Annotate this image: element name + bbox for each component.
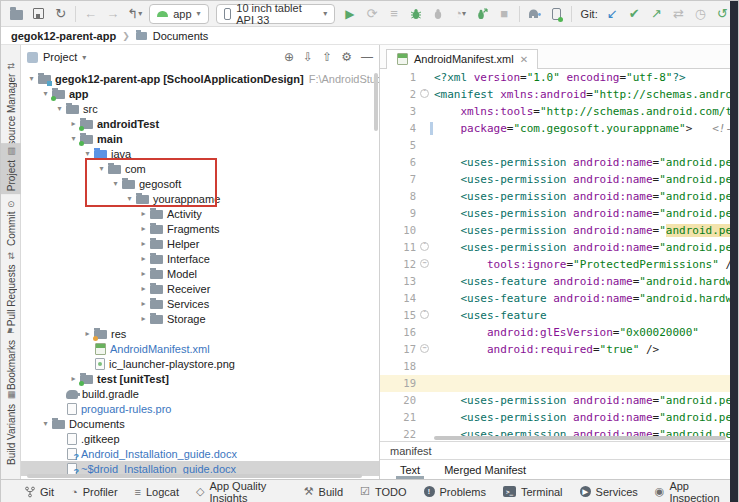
git-commit-icon[interactable]: ✔ (627, 5, 642, 23)
device-manager-icon[interactable] (549, 5, 564, 23)
chevron-collapsed-icon[interactable]: ▸ (137, 254, 150, 263)
chevron-collapsed-icon[interactable]: ▸ (67, 374, 80, 383)
tree-item-yourappname[interactable]: ▾yourappname (21, 191, 379, 206)
chevron-expanded-icon[interactable]: ▾ (53, 104, 66, 113)
debug-icon[interactable] (408, 5, 423, 23)
tree-item--gitkeep[interactable]: .gitkeep (21, 431, 379, 446)
tree-item-services[interactable]: ▸Services (21, 296, 379, 311)
sync-gradle-icon[interactable] (527, 5, 542, 23)
tree-item-android-installation-guide-docx[interactable]: Android_Installation_guide.docx (21, 446, 379, 461)
tree-item-helper[interactable]: ▸Helper (21, 236, 379, 251)
device-selector-combo[interactable]: 10 inch tablet API 33 ▾ (216, 4, 336, 24)
chevron-expanded-icon[interactable]: ▾ (39, 419, 52, 428)
tool-strip-item-commit[interactable]: Commit⊙ (1, 197, 21, 249)
git-push-icon[interactable]: ↗ (649, 5, 664, 23)
run-configuration-combo[interactable]: app ▾ (149, 4, 208, 24)
status-bar-item-app-quality-insights[interactable]: ◇App Quality Insights (196, 480, 287, 502)
run-icon[interactable]: ▶ (342, 5, 357, 23)
forward-icon[interactable]: → (105, 5, 120, 23)
status-bar-item-problems[interactable]: !Problems (424, 486, 486, 498)
tool-strip-item-bookmarks[interactable]: Bookmarks⚑ (1, 323, 21, 393)
chevron-expanded-icon[interactable]: ▾ (109, 179, 122, 188)
git-history-icon[interactable]: ◷ (693, 5, 708, 23)
editor-panel[interactable]: AndroidManifest.xml ✕ 1<?xml version="1.… (380, 45, 738, 479)
profiler-icon[interactable]: ◔▾ (453, 5, 468, 23)
tool-strip-item-project[interactable]: Project▤ (1, 143, 21, 194)
stop-icon[interactable]: ■ (497, 5, 512, 23)
status-bar-item-todo[interactable]: ☑TODO (360, 485, 406, 498)
tree-item-test[interactable]: ▸test[unitTest] (21, 371, 379, 386)
chevron-collapsed-icon[interactable]: ▸ (137, 314, 150, 323)
project-horizontal-scrollbar[interactable] (27, 474, 362, 478)
tree-item-proguard-rules-pro[interactable]: proguard-rules.pro (21, 401, 379, 416)
chevron-collapsed-icon[interactable]: ▸ (81, 329, 94, 338)
status-bar-item-git[interactable]: Git (25, 486, 54, 498)
collapse-all-icon[interactable]: ⇧ (322, 50, 332, 64)
editor-tab-androidmanifest[interactable]: AndroidManifest.xml ✕ (386, 49, 538, 69)
tree-item-interface[interactable]: ▸Interface (21, 251, 379, 266)
chevron-expanded-icon[interactable]: ▾ (95, 164, 108, 173)
git-update-icon[interactable]: ↙ (605, 5, 620, 23)
sync-icon[interactable]: ↻ (53, 5, 68, 23)
breadcrumb-folder[interactable]: Documents (153, 30, 209, 42)
close-tab-icon[interactable]: ✕ (520, 54, 528, 65)
status-bar-item-terminal[interactable]: >_Terminal (503, 486, 563, 498)
tree-item-documents[interactable]: ▾Documents (21, 416, 379, 431)
locate-file-icon[interactable]: ⊕ (284, 50, 294, 64)
tool-strip-item-pull-requests[interactable]: Pull Requests⇅ (1, 250, 21, 329)
expand-all-icon[interactable]: ⇩ (303, 50, 313, 64)
status-bar-item-logcat[interactable]: ≡Logcat (135, 486, 179, 498)
chevron-collapsed-icon[interactable]: ▸ (137, 269, 150, 278)
status-bar-item-app-inspection[interactable]: ◉App Inspection (655, 480, 726, 502)
back-icon[interactable]: ← (83, 5, 98, 23)
tree-item-java[interactable]: ▾java (21, 146, 379, 161)
hide-panel-icon[interactable]: — (361, 50, 373, 64)
tree-item-androidmanifest-xml[interactable]: AndroidManifest.xml (21, 341, 379, 356)
status-bar-item-profiler[interactable]: ◔Profiler (71, 486, 118, 498)
chevron-expanded-icon[interactable]: ▾ (81, 149, 94, 158)
editor-bottom-tab-text[interactable]: Text (390, 462, 430, 478)
editor-horizontal-scrollbar[interactable] (434, 436, 726, 440)
tree-item-model[interactable]: ▸Model (21, 266, 379, 281)
status-bar-item-build[interactable]: ⚒Build (304, 485, 343, 498)
apply-code-changes-icon[interactable]: ≡ (386, 5, 401, 23)
tree-item-src[interactable]: ▾src (21, 101, 379, 116)
fold-marker-icon[interactable]: − (420, 344, 429, 353)
tree-item-receiver[interactable]: ▸Receiver (21, 281, 379, 296)
project-view-selector[interactable]: Project ▾ (27, 51, 86, 63)
chevron-collapsed-icon[interactable]: ▸ (137, 209, 150, 218)
tool-strip-item-build-variants[interactable]: Build Variants▦ (1, 387, 21, 468)
chevron-collapsed-icon[interactable]: ▸ (137, 284, 150, 293)
fold-marker-icon[interactable]: − (420, 259, 429, 268)
attach-debugger-icon[interactable] (431, 5, 446, 23)
git-rollback-icon[interactable]: ↺ (715, 5, 730, 23)
status-bar-item-services[interactable]: ▶Services (580, 486, 638, 498)
code-editor[interactable]: 1<?xml version="1.0" encoding="utf-8"?>2… (380, 69, 738, 441)
build-menu-icon[interactable]: ↰▾ (127, 5, 142, 23)
profile-app-icon[interactable] (475, 5, 490, 23)
tree-item-app[interactable]: ▾app (21, 86, 379, 101)
settings-gear-icon[interactable]: ⚙ (341, 50, 352, 64)
tree-item-androidtest[interactable]: ▸androidTest (21, 116, 379, 131)
open-project-icon[interactable] (9, 5, 24, 23)
fold-marker-icon[interactable]: ˇ (420, 310, 429, 319)
chevron-collapsed-icon[interactable]: ▸ (137, 224, 150, 233)
fold-marker-icon[interactable]: ˇ (420, 242, 429, 251)
fold-marker-icon[interactable]: ˇ (420, 89, 429, 98)
apply-changes-icon[interactable]: ⟳ (364, 5, 379, 23)
chevron-collapsed-icon[interactable]: ▸ (137, 239, 150, 248)
editor-bottom-tab-merged-manifest[interactable]: Merged Manifest (434, 462, 536, 478)
git-fetch-icon[interactable]: ⇄ (671, 5, 686, 23)
tree-item-res[interactable]: ▸res (21, 326, 379, 341)
chevron-collapsed-icon[interactable]: ▸ (137, 299, 150, 308)
tree-item-com[interactable]: ▾com (21, 161, 379, 176)
chevron-expanded-icon[interactable]: ▾ (25, 74, 38, 83)
save-all-icon[interactable] (31, 5, 46, 23)
chevron-collapsed-icon[interactable]: ▸ (67, 119, 80, 128)
tree-item-gegok12-parent-app[interactable]: ▾gegok12-parent-app[SchoolApplicationDes… (21, 71, 379, 86)
tree-item-storage[interactable]: ▸Storage (21, 311, 379, 326)
chevron-expanded-icon[interactable]: ▾ (123, 194, 136, 203)
tree-item-ic-launcher-playstore-png[interactable]: ic_launcher-playstore.png (21, 356, 379, 371)
chevron-expanded-icon[interactable]: ▾ (39, 89, 52, 98)
project-vertical-scrollbar[interactable] (374, 73, 378, 131)
